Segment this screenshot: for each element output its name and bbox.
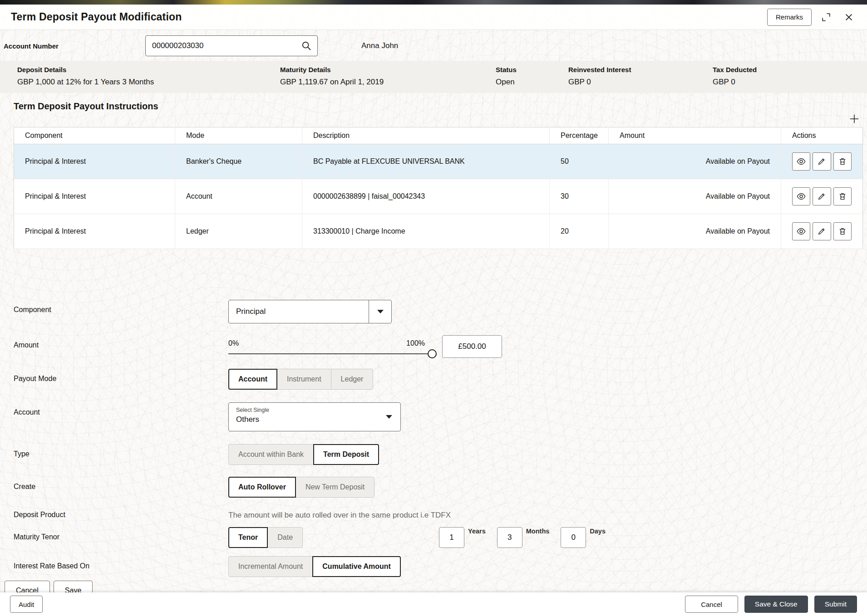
edit-button[interactable] (813, 187, 831, 205)
maturity-tenor-label: Maturity Tenor (14, 527, 228, 541)
interest-option-cumulative[interactable]: Cumulative Amount (312, 556, 401, 577)
delete-icon (838, 192, 847, 201)
delete-icon (838, 157, 847, 166)
audit-button[interactable]: Audit (10, 596, 43, 613)
col-header-actions: Actions (781, 127, 863, 144)
deposit-product-note: The amount will be auto rolled over in t… (228, 505, 451, 520)
search-icon[interactable] (301, 40, 312, 51)
summary-label: Tax Deducted (713, 66, 867, 74)
payout-mode-option-ledger[interactable]: Ledger (331, 369, 374, 390)
cell-description: 0000002638899 | faisal_00042343 (302, 179, 550, 214)
table-row[interactable]: Principal & Interest Ledger 313300010 | … (14, 214, 863, 249)
cell-description: BC Payable at FLEXCUBE UNIVERSAL BANK (302, 144, 550, 179)
cell-description: 313300010 | Charge Income (302, 214, 550, 249)
payout-mode-option-instrument[interactable]: Instrument (277, 369, 331, 390)
type-option-account-within-bank[interactable]: Account within Bank (228, 444, 314, 465)
view-icon (796, 156, 806, 166)
cell-amount: Available on Payout (609, 179, 781, 214)
amount-value-input[interactable]: £500.00 (442, 335, 502, 358)
chevron-down-icon (386, 415, 392, 419)
save-and-close-button[interactable]: Save & Close (744, 596, 808, 613)
summary-label: Deposit Details (17, 66, 280, 74)
table-row[interactable]: Principal & Interest Account 00000026388… (14, 179, 863, 214)
amount-control: 0% 100% £500.00 (228, 335, 502, 358)
summary-value: GBP 0 (713, 77, 867, 87)
delete-button[interactable] (833, 222, 852, 240)
expand-icon (821, 12, 831, 22)
interest-option-incremental[interactable]: Incremental Amount (228, 556, 313, 577)
type-option-term-deposit[interactable]: Term Deposit (313, 444, 379, 465)
amount-slider[interactable]: 0% 100% (228, 339, 435, 354)
table-row[interactable]: Principal & Interest Banker's Cheque BC … (14, 144, 863, 179)
days-input[interactable] (561, 527, 586, 548)
col-header-description: Description (302, 127, 550, 144)
payout-mode-label: Payout Mode (14, 369, 228, 383)
component-select[interactable]: Principal (228, 300, 392, 323)
expand-button[interactable] (818, 9, 834, 25)
payout-mode-toggle: Account Instrument Ledger (228, 369, 373, 390)
row-actions (792, 187, 852, 205)
account-label: Account (14, 402, 228, 416)
months-input[interactable] (497, 527, 522, 548)
titlebar-actions: Remarks (767, 9, 857, 26)
deposit-product-label: Deposit Product (14, 505, 228, 519)
row-actions (792, 152, 852, 171)
account-select-sublabel: Select Single (236, 407, 375, 414)
view-button[interactable] (792, 152, 810, 171)
create-label: Create (14, 477, 228, 491)
account-section: Account Number Anna John (0, 30, 867, 61)
account-select[interactable]: Select Single Others (228, 402, 401, 431)
create-option-new-term-deposit[interactable]: New Term Deposit (296, 477, 374, 498)
days-group: Days (561, 527, 606, 548)
account-number-input[interactable] (151, 41, 301, 51)
create-option-auto-rollover[interactable]: Auto Rollover (228, 477, 296, 498)
edit-button[interactable] (813, 152, 831, 171)
account-holder-name: Anna John (361, 41, 398, 50)
component-label: Component (14, 300, 228, 314)
days-label: Days (590, 528, 606, 535)
main-content: Term Deposit Payout Instructions Compone… (0, 101, 867, 577)
cell-percentage: 30 (550, 179, 609, 214)
maturity-option-tenor[interactable]: Tenor (228, 527, 268, 548)
edit-button[interactable] (813, 222, 831, 240)
summary-label: Maturity Details (280, 66, 496, 74)
maturity-tenor-toggle: Tenor Date (228, 527, 303, 548)
summary-value: GBP 1,119.67 on April 1, 2019 (280, 77, 496, 87)
slider-min-label: 0% (228, 339, 239, 347)
summary-value: GBP 0 (568, 77, 713, 87)
add-instruction-button[interactable] (847, 112, 862, 126)
summary-tax-deducted: Tax Deducted GBP 0 (713, 66, 867, 87)
slider-track[interactable] (228, 353, 435, 354)
footer-cancel-button[interactable]: Cancel (685, 596, 738, 613)
account-select-value: Others (236, 415, 375, 424)
create-toggle: Auto Rollover New Term Deposit (228, 477, 374, 498)
view-button[interactable] (792, 222, 810, 240)
payout-mode-option-account[interactable]: Account (228, 369, 277, 390)
payout-instruction-form: Component Principal Amount 0% 100% (14, 300, 862, 577)
delete-button[interactable] (833, 187, 852, 205)
remarks-button[interactable]: Remarks (767, 9, 812, 26)
close-button[interactable] (841, 9, 857, 25)
summary-label: Status (496, 66, 568, 74)
slider-max-label: 100% (406, 339, 425, 347)
type-label: Type (14, 444, 228, 458)
delete-button[interactable] (833, 152, 852, 171)
tenor-fields: Years Months Days (439, 527, 606, 548)
summary-reinvested-interest: Reinvested Interest GBP 0 (568, 66, 713, 87)
chevron-down-icon[interactable] (369, 300, 391, 323)
col-header-amount: Amount (609, 127, 781, 144)
table-header-row: Component Mode Description Percentage Am… (14, 127, 863, 144)
maturity-option-date[interactable]: Date (267, 527, 303, 548)
type-toggle: Account within Bank Term Deposit (228, 444, 379, 465)
cell-mode: Ledger (175, 214, 302, 249)
years-input[interactable] (439, 527, 464, 548)
submit-button[interactable]: Submit (814, 596, 857, 613)
col-header-mode: Mode (175, 127, 302, 144)
summary-status: Status Open (496, 66, 568, 87)
months-label: Months (526, 528, 550, 535)
slider-handle[interactable] (428, 349, 437, 358)
amount-label: Amount (14, 335, 228, 349)
titlebar: Term Deposit Payout Modification Remarks (0, 5, 867, 30)
view-button[interactable] (792, 187, 810, 205)
cell-component: Principal & Interest (14, 179, 175, 214)
